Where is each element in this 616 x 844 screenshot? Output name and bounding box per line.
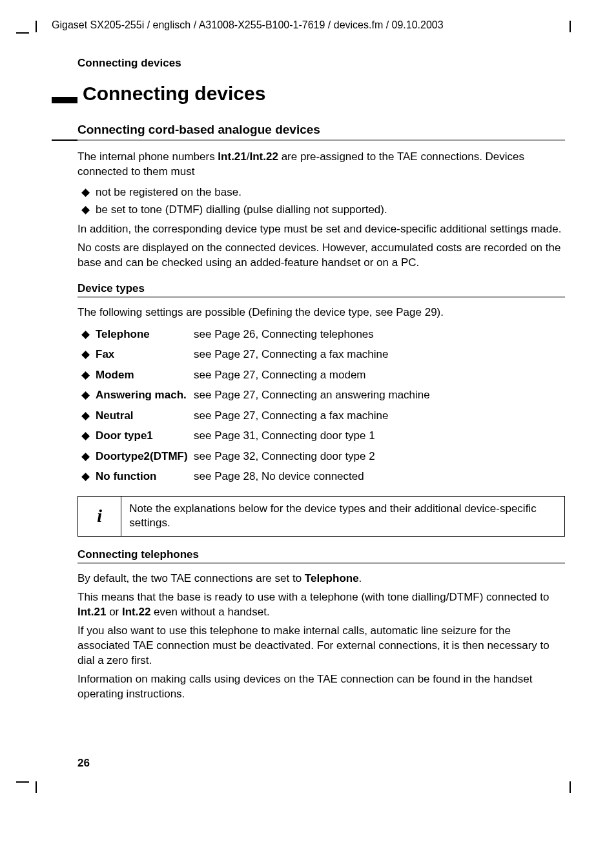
- device-type-desc: see Page 32, Connecting door type 2: [194, 446, 375, 466]
- sub-underline: [77, 296, 565, 298]
- int22: Int.22: [250, 150, 278, 163]
- paragraph: In addition, the corresponding device ty…: [77, 222, 565, 237]
- device-type-label: Door type1: [96, 426, 194, 446]
- bullet-icon: ◆: [77, 324, 96, 344]
- title-bar-icon: [52, 97, 77, 103]
- device-type-row: ◆Neutralsee Page 27, Connecting a fax ma…: [77, 406, 565, 426]
- running-head: Connecting devices: [77, 57, 565, 70]
- note-text: Note the explanations below for the devi…: [121, 497, 564, 537]
- device-type-label: Doortype2(DTMF): [96, 446, 194, 466]
- chapter-title-row: Connecting devices: [52, 83, 565, 105]
- subheading: Connecting telephones: [77, 548, 565, 561]
- crop-mark: [16, 32, 29, 34]
- page-number: 26: [77, 757, 90, 770]
- section-underline: [77, 139, 565, 141]
- list-item: ◆ not be registered on the base.: [77, 183, 565, 201]
- list-text: be set to tone (DTMF) dialling (pulse di…: [96, 201, 387, 218]
- bold-text: Int.21: [77, 606, 106, 618]
- note-box: i Note the explanations below for the de…: [77, 496, 565, 537]
- paragraph: Information on making calls using device…: [77, 672, 565, 702]
- paragraph: This means that the base is ready to use…: [77, 590, 565, 620]
- crop-mark: [36, 21, 37, 32]
- bullet-list: ◆ not be registered on the base. ◆ be se…: [77, 183, 565, 218]
- subheading: Device types: [77, 282, 565, 295]
- device-type-label: Answering mach.: [96, 385, 194, 405]
- device-type-desc: see Page 26, Connecting telephones: [194, 324, 374, 344]
- header-path: Gigaset SX205-255i / englisch / A31008-X…: [52, 19, 565, 31]
- section-title: Connecting cord-based analogue devices: [77, 123, 565, 137]
- device-type-row: ◆Faxsee Page 27, Connecting a fax machin…: [77, 344, 565, 364]
- sub-underline: [77, 562, 565, 564]
- device-type-label: Neutral: [96, 406, 194, 426]
- device-type-label: Modem: [96, 365, 194, 385]
- device-type-label: No function: [96, 466, 194, 486]
- device-type-row: ◆Modemsee Page 27, Connecting a modem: [77, 365, 565, 385]
- text: By default, the two TAE connections are …: [77, 572, 305, 584]
- text: or: [106, 606, 122, 618]
- device-type-label: Telephone: [96, 324, 194, 344]
- crop-mark: [570, 21, 571, 32]
- content-area: Connecting cord-based analogue devices T…: [77, 123, 565, 702]
- device-type-row: ◆Telephonesee Page 26, Connecting teleph…: [77, 324, 565, 344]
- text: even without a handset.: [150, 606, 269, 618]
- device-type-label: Fax: [96, 344, 194, 364]
- chapter-title: Connecting devices: [83, 83, 265, 105]
- intro-paragraph: The internal phone numbers Int.21/Int.22…: [77, 150, 565, 180]
- text: This means that the base is ready to use…: [77, 591, 549, 603]
- paragraph: No costs are displayed on the connected …: [77, 241, 565, 271]
- bullet-icon: ◆: [77, 406, 96, 426]
- bullet-icon: ◆: [77, 446, 96, 466]
- bold-text: Telephone: [305, 572, 359, 584]
- device-type-row: ◆Door type1see Page 31, Connecting door …: [77, 426, 565, 446]
- bullet-icon: ◆: [77, 183, 96, 201]
- crop-mark: [16, 781, 29, 783]
- device-type-desc: see Page 27, Connecting an answering mac…: [194, 385, 430, 405]
- info-icon: i: [78, 497, 121, 537]
- paragraph: By default, the two TAE connections are …: [77, 571, 565, 586]
- bold-text: Int.22: [122, 606, 150, 618]
- device-type-desc: see Page 27, Connecting a fax machine: [194, 406, 388, 426]
- text: .: [359, 572, 362, 584]
- bullet-icon: ◆: [77, 365, 96, 385]
- paragraph: The following settings are possible (Def…: [77, 305, 565, 320]
- page-content: Gigaset SX205-255i / englisch / A31008-X…: [52, 19, 565, 706]
- device-type-desc: see Page 27, Connecting a fax machine: [194, 344, 388, 364]
- device-type-row: ◆Doortype2(DTMF)see Page 32, Connecting …: [77, 446, 565, 466]
- list-text: not be registered on the base.: [96, 183, 241, 201]
- device-type-row: ◆Answering mach.see Page 27, Connecting …: [77, 385, 565, 405]
- crop-mark: [570, 781, 571, 793]
- bullet-icon: ◆: [77, 466, 96, 486]
- bullet-icon: ◆: [77, 344, 96, 364]
- list-item: ◆ be set to tone (DTMF) dialling (pulse …: [77, 201, 565, 218]
- bullet-icon: ◆: [77, 385, 96, 405]
- int21: Int.21: [218, 150, 246, 163]
- device-type-desc: see Page 31, Connecting door type 1: [194, 426, 375, 446]
- device-type-row: ◆No functionsee Page 28, No device conne…: [77, 466, 565, 486]
- bullet-icon: ◆: [77, 426, 96, 446]
- device-type-desc: see Page 27, Connecting a modem: [194, 365, 366, 385]
- device-type-desc: see Page 28, No device connected: [194, 466, 364, 486]
- device-type-list: ◆Telephonesee Page 26, Connecting teleph…: [77, 324, 565, 487]
- text: The internal phone numbers: [77, 150, 218, 163]
- paragraph: If you also want to use this telephone t…: [77, 624, 565, 668]
- crop-mark: [36, 781, 37, 793]
- bullet-icon: ◆: [77, 201, 96, 218]
